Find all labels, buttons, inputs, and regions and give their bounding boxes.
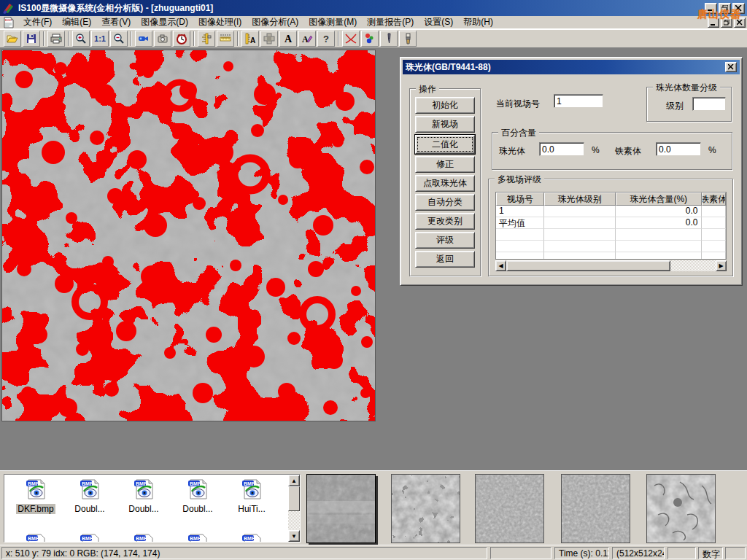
- thumbnail-5[interactable]: [646, 474, 716, 543]
- menu-file[interactable]: 文件(F): [18, 15, 57, 30]
- file-name[interactable]: Doubl...: [181, 504, 214, 514]
- file-item[interactable]: BMP DKF.bmp: [10, 478, 61, 514]
- status-empty-1: [490, 547, 551, 559]
- file-list[interactable]: BMP DKF.bmp BMP Doubl... BMP Doubl... BM…: [4, 474, 301, 542]
- file-item-partial[interactable]: BMP: [172, 533, 223, 542]
- annotate-icon: A: [301, 33, 313, 44]
- file-name[interactable]: Doubl...: [127, 504, 160, 514]
- file-item[interactable]: BMP HuiTi...: [226, 478, 277, 514]
- actual-size-button[interactable]: 1:1: [91, 31, 109, 47]
- annotate-button[interactable]: A: [298, 31, 316, 47]
- col-grade[interactable]: 珠光体级别: [544, 192, 616, 206]
- menu-image-analysis[interactable]: 图像分析(A): [247, 15, 303, 30]
- text-button[interactable]: A: [279, 31, 297, 47]
- open-button[interactable]: [4, 31, 21, 47]
- svg-text:?: ?: [323, 34, 329, 44]
- percent-group: 百分含量 珠光体 % 铁素体 %: [492, 132, 732, 170]
- svg-text:BMP: BMP: [244, 536, 255, 541]
- menu-image-processing[interactable]: 图像处理(I): [193, 15, 247, 30]
- file-list-scrollbar[interactable]: ▲ ▼: [288, 475, 300, 542]
- file-item[interactable]: BMP Doubl...: [118, 478, 169, 514]
- file-name[interactable]: Doubl...: [73, 504, 106, 514]
- menu-image-display[interactable]: 图像显示(D): [136, 15, 193, 30]
- color-classify-button[interactable]: [361, 31, 379, 47]
- auto-classify-button[interactable]: 自动分类: [415, 194, 475, 211]
- initialize-button[interactable]: 初始化: [415, 97, 475, 114]
- thumbnail-1[interactable]: [306, 474, 376, 543]
- table-row[interactable]: 1 0.0: [496, 206, 726, 217]
- capture-camera-button[interactable]: [154, 31, 171, 47]
- menu-image-measure[interactable]: 图像测量(M): [303, 15, 362, 30]
- table-horizontal-scrollbar[interactable]: ◀ ▶: [495, 260, 727, 271]
- table-row-empty: [496, 241, 726, 252]
- timer-button[interactable]: [173, 31, 190, 47]
- cell-grade: [544, 206, 616, 217]
- brush-tool-button[interactable]: [399, 31, 417, 47]
- binarize-button[interactable]: 二值化: [415, 135, 475, 154]
- file-item-partial[interactable]: BMP: [118, 533, 169, 542]
- table-row[interactable]: 平均值 0.0: [496, 217, 726, 229]
- ferrite-percent-input[interactable]: [656, 142, 701, 156]
- scrollbar-thumb[interactable]: [288, 486, 300, 511]
- grade-label: 级别: [666, 100, 684, 112]
- col-ferrite[interactable]: 铁素体: [702, 192, 726, 206]
- thumbnail-4[interactable]: [561, 474, 630, 543]
- scroll-left-button[interactable]: ◀: [495, 260, 506, 271]
- percent-group-label: 百分含量: [498, 127, 539, 139]
- save-button[interactable]: [23, 31, 40, 47]
- scroll-up-button[interactable]: ▲: [288, 475, 300, 486]
- svg-text:BMP: BMP: [82, 536, 93, 541]
- measure-text-button[interactable]: A: [241, 31, 259, 47]
- curve-tool-button[interactable]: [342, 31, 360, 47]
- return-button[interactable]: 返回: [415, 251, 475, 268]
- dialog-title-bar[interactable]: 珠光体(GB/T9441-88): [403, 60, 740, 74]
- video-camera-button[interactable]: [135, 31, 152, 47]
- file-item-partial[interactable]: BMP: [10, 533, 61, 542]
- menu-measure-report[interactable]: 测量报告(P): [362, 15, 419, 30]
- file-name[interactable]: HuiTi...: [236, 504, 267, 514]
- scrollbar-thumb[interactable]: [506, 260, 670, 271]
- file-item-partial[interactable]: BMP: [64, 533, 115, 542]
- file-item[interactable]: BMP Doubl...: [172, 478, 223, 514]
- status-time: Time (s): 0.113: [554, 547, 609, 559]
- print-button[interactable]: [47, 31, 65, 47]
- current-field-input[interactable]: [554, 94, 603, 108]
- grade-input[interactable]: [692, 97, 726, 111]
- cell-pearlite: 0.0: [616, 206, 702, 217]
- scroll-right-button[interactable]: ▶: [716, 260, 727, 271]
- change-class-button[interactable]: 更改类别: [415, 213, 475, 230]
- ruler-button[interactable]: [217, 31, 234, 47]
- help-button[interactable]: ?: [317, 31, 335, 47]
- file-name[interactable]: DKF.bmp: [16, 504, 55, 514]
- col-field[interactable]: 视场号: [496, 192, 544, 206]
- zoom-out-button[interactable]: [110, 31, 128, 47]
- new-field-button[interactable]: 新视场: [415, 116, 475, 133]
- metallograph-image[interactable]: [1, 50, 376, 421]
- pearlite-percent-input[interactable]: [539, 142, 584, 156]
- scroll-down-button[interactable]: ▼: [288, 530, 300, 542]
- pick-pearlite-button[interactable]: 点取珠光体: [415, 175, 475, 192]
- merge-grid-button[interactable]: [260, 31, 278, 47]
- grading-group-label: 珠光体数量分级: [653, 82, 720, 94]
- menu-settings[interactable]: 设置(S): [419, 15, 458, 30]
- menu-help[interactable]: 帮助(H): [458, 15, 498, 30]
- svg-text:BMP: BMP: [190, 536, 201, 541]
- thumbnail-2[interactable]: [391, 474, 460, 543]
- dialog-close-button[interactable]: [725, 62, 737, 72]
- file-item[interactable]: BMP Doubl...: [64, 478, 115, 514]
- thumbnail-3[interactable]: [475, 474, 544, 543]
- menu-view[interactable]: 查看(V): [96, 15, 136, 30]
- ferrite-unit: %: [708, 145, 716, 155]
- correct-button[interactable]: 修正: [415, 156, 475, 173]
- zoom-in-button[interactable]: [72, 31, 90, 47]
- caliper-button[interactable]: [198, 31, 215, 47]
- cell-ferrite: [702, 217, 726, 229]
- col-pearlite[interactable]: 珠光体含量(%): [616, 192, 702, 206]
- bmp-file-icon: BMP: [185, 533, 210, 542]
- operation-group-label: 操作: [416, 83, 439, 96]
- file-item-partial[interactable]: BMP: [226, 533, 277, 542]
- rate-button[interactable]: 评级: [415, 232, 475, 249]
- multifield-table[interactable]: 视场号 珠光体级别 珠光体含量(%) 铁素体 1 0.0 平均值 0.0: [495, 192, 727, 260]
- menu-edit[interactable]: 编辑(E): [57, 15, 96, 30]
- pen-tool-button[interactable]: [380, 31, 398, 47]
